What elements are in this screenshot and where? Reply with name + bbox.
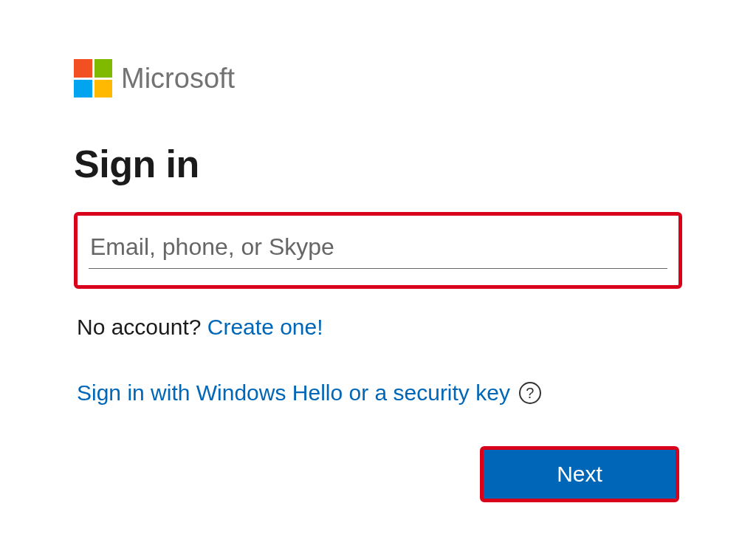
signin-card: Microsoft Sign in No account? Create one… [0, 0, 756, 502]
create-account-link[interactable]: Create one! [207, 315, 323, 339]
brand-name: Microsoft [121, 63, 235, 95]
alt-signin-row: Sign in with Windows Hello or a security… [74, 380, 682, 406]
next-button-highlight-box: Next [480, 446, 679, 502]
next-button[interactable]: Next [484, 450, 676, 499]
email-field[interactable] [89, 229, 667, 269]
help-icon[interactable]: ? [519, 382, 541, 404]
alt-signin-link[interactable]: Sign in with Windows Hello or a security… [77, 380, 510, 406]
button-row: Next [74, 446, 682, 502]
input-highlight-box [74, 212, 682, 289]
no-account-prefix: No account? [77, 315, 207, 339]
page-title: Sign in [74, 142, 682, 186]
microsoft-logo-icon [74, 59, 112, 98]
brand-row: Microsoft [74, 59, 682, 98]
no-account-text: No account? Create one! [74, 315, 682, 340]
